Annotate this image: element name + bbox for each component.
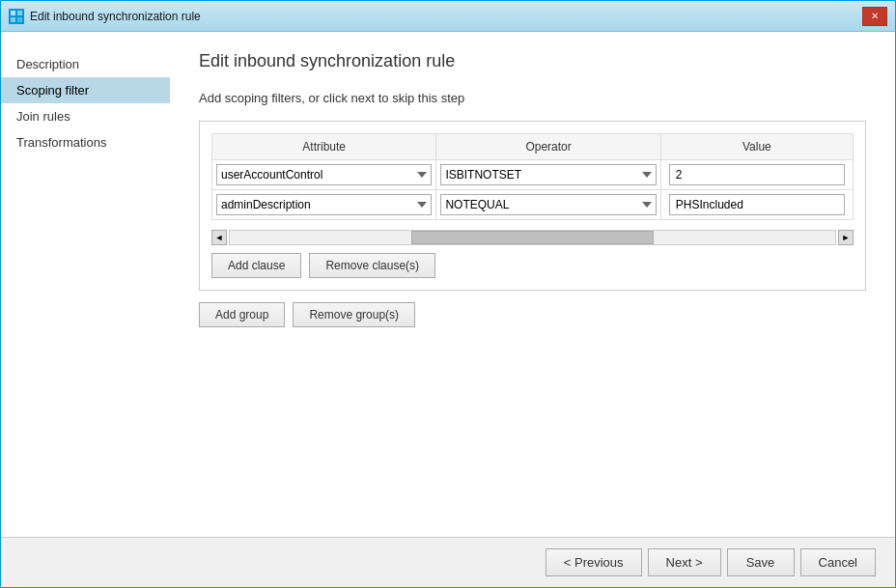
add-group-button[interactable]: Add group	[199, 302, 285, 327]
horizontal-scrollbar[interactable]: ◄ ►	[211, 230, 854, 245]
remove-group-button[interactable]: Remove group(s)	[293, 302, 415, 327]
operator-select-2[interactable]: NOTEQUAL	[440, 194, 656, 215]
scroll-right-arrow[interactable]: ►	[838, 230, 854, 245]
operator-select-1[interactable]: ISBITNOTSET	[440, 164, 656, 185]
scroll-left-arrow[interactable]: ◄	[211, 230, 227, 245]
scrollbar-track[interactable]	[229, 230, 836, 245]
operator-cell-2[interactable]: NOTEQUAL	[436, 190, 660, 220]
previous-button[interactable]: < Previous	[546, 548, 642, 576]
page-title: Edit inbound synchronization rule	[199, 51, 866, 71]
content-area: Description Scoping filter Join rules Tr…	[1, 32, 895, 537]
title-bar-left: Edit inbound synchronization rule	[9, 9, 201, 24]
table-row: userAccountControl ISBITNOTSET	[212, 160, 854, 190]
main-window: Edit inbound synchronization rule ✕ Desc…	[0, 0, 896, 588]
attribute-select-2[interactable]: adminDescription	[216, 194, 432, 215]
sync-icon	[9, 9, 24, 24]
value-input-2[interactable]	[669, 194, 845, 215]
close-button[interactable]: ✕	[862, 7, 887, 26]
operator-cell-1[interactable]: ISBITNOTSET	[436, 160, 660, 190]
svg-rect-1	[17, 11, 22, 15]
svg-rect-3	[17, 17, 22, 22]
value-cell-1[interactable]	[660, 160, 853, 190]
remove-clause-button[interactable]: Remove clause(s)	[309, 253, 435, 278]
next-button[interactable]: Next >	[648, 548, 721, 576]
title-bar: Edit inbound synchronization rule ✕	[1, 1, 895, 32]
svg-rect-0	[11, 11, 15, 15]
sidebar-item-transformations[interactable]: Transformations	[1, 129, 170, 155]
svg-rect-2	[11, 17, 15, 22]
sidebar-item-scoping-filter[interactable]: Scoping filter	[1, 77, 170, 103]
col-header-value: Value	[660, 134, 853, 160]
sidebar-item-description[interactable]: Description	[1, 51, 170, 77]
filter-table: Attribute Operator Value	[211, 133, 854, 220]
col-header-operator: Operator	[436, 134, 660, 160]
sidebar-item-join-rules[interactable]: Join rules	[1, 103, 170, 129]
group-buttons: Add group Remove group(s)	[199, 302, 866, 327]
main-content: Edit inbound synchronization rule Add sc…	[170, 32, 895, 537]
col-header-attribute: Attribute	[212, 134, 436, 160]
section-description: Add scoping filters, or click next to sk…	[199, 91, 866, 105]
clause-buttons: Add clause Remove clause(s)	[211, 253, 854, 278]
sidebar: Description Scoping filter Join rules Tr…	[1, 32, 170, 537]
save-button[interactable]: Save	[727, 548, 795, 576]
add-clause-button[interactable]: Add clause	[211, 253, 301, 278]
window-controls: ✕	[862, 7, 887, 26]
footer: < Previous Next > Save Cancel	[1, 537, 895, 587]
table-row: adminDescription NOTEQUAL	[212, 190, 854, 220]
window-title: Edit inbound synchronization rule	[30, 10, 201, 23]
scrollbar-thumb[interactable]	[411, 231, 654, 244]
attribute-cell-2[interactable]: adminDescription	[212, 190, 436, 220]
attribute-select-1[interactable]: userAccountControl	[216, 164, 432, 185]
cancel-button[interactable]: Cancel	[800, 548, 876, 576]
filter-group: Attribute Operator Value	[199, 121, 866, 291]
value-cell-2[interactable]	[660, 190, 853, 220]
value-input-1[interactable]	[669, 164, 845, 185]
attribute-cell-1[interactable]: userAccountControl	[212, 160, 436, 190]
